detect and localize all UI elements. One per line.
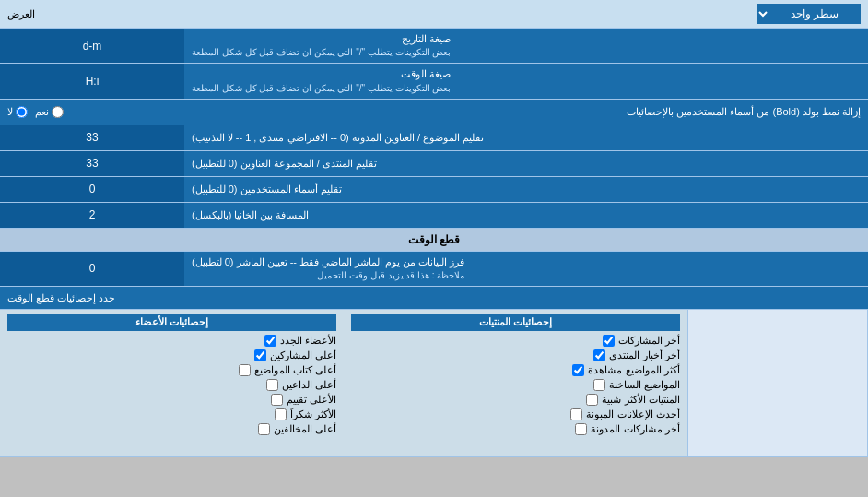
bold-remove-row: إزالة نمط بولد (Bold) من أسماء المستخدمي… (0, 100, 868, 125)
cut-time-input[interactable]: 0 (6, 262, 179, 275)
date-format-row: صيغة التاريخ بعض التكوينات يتطلب "/" الت… (0, 29, 868, 64)
checkbox-col-forums: إحصائيات المنتيات أخر المشاركات أخر أخبا… (344, 310, 688, 456)
checkbox-item: أعلى المشاركين (7, 349, 336, 361)
display-select[interactable]: سطر واحد سطران ثلاثة أسطر (757, 4, 861, 24)
time-format-label: صيغة الوقت (192, 67, 451, 81)
cb-last-posts[interactable] (603, 335, 615, 347)
sort-forum-row: تقليم المنتدى / المجموعة العناوين (0 للت… (0, 151, 868, 177)
checkbox-col-empty (688, 310, 868, 456)
checkbox-col-members: إحصائيات الأعضاء الأعضاء الجدد أعلى المش… (0, 310, 344, 456)
limit-label: حدد إحصائيات قطع الوقت (7, 292, 115, 304)
cb-top-inviters[interactable] (266, 379, 278, 391)
checkbox-grid: إحصائيات المنتيات أخر المشاركات أخر أخبا… (0, 310, 868, 457)
checkbox-item: أحدث الإعلانات المبونة (351, 408, 680, 420)
sort-users-input[interactable]: 0 (6, 183, 179, 195)
cb-top-rated[interactable] (271, 394, 283, 406)
cb-top-violators[interactable] (258, 423, 270, 435)
checkbox-item: المنتيات الأكثر شبية (351, 394, 680, 406)
date-format-label: صيغة التاريخ (192, 32, 451, 46)
col-members-header: إحصائيات الأعضاء (7, 314, 336, 331)
col-forums-header: إحصائيات المنتيات (351, 314, 680, 331)
sort-topics-label: تقليم الموضوع / العناوين المدونة (0 -- ا… (192, 131, 484, 145)
cb-hot-topics[interactable] (593, 379, 605, 391)
date-format-input[interactable]: d-m (6, 40, 179, 53)
cb-most-thanked[interactable] (275, 408, 287, 420)
date-format-sublabel: بعض التكوينات يتطلب "/" التي يمكن ان تضا… (192, 46, 451, 59)
time-format-row: صيغة الوقت بعض التكوينات يتطلب "/" التي … (0, 64, 868, 99)
bold-remove-label: إزالة نمط بولد (Bold) من أسماء المستخدمي… (73, 106, 861, 118)
checkbox-item: أخر المشاركات (351, 335, 680, 347)
time-format-sublabel: بعض التكوينات يتطلب "/" التي يمكن ان تضا… (192, 82, 451, 95)
cb-top-posters[interactable] (254, 349, 266, 361)
cut-time-header: قطع الوقت (0, 229, 868, 252)
checkbox-item: الأكثر شكراً (7, 408, 336, 420)
cb-forum-news[interactable] (593, 349, 605, 361)
cb-new-members[interactable] (264, 335, 276, 347)
checkbox-item: أخر أخبار المنتدى (351, 349, 680, 361)
cb-latest-announcements[interactable] (570, 408, 582, 420)
cb-most-similar[interactable] (586, 394, 598, 406)
checkbox-item: الأعلى تقييم (7, 394, 336, 406)
sort-topics-row: تقليم الموضوع / العناوين المدونة (0 -- ا… (0, 125, 868, 151)
time-format-input[interactable]: H:i (6, 75, 179, 88)
sort-users-label: تقليم أسماء المستخدمين (0 للتطبيل) (192, 183, 342, 196)
cb-top-topic-writers[interactable] (239, 364, 251, 376)
sort-forum-label: تقليم المنتدى / المجموعة العناوين (0 للت… (192, 157, 377, 171)
limit-row: حدد إحصائيات قطع الوقت (0, 287, 868, 310)
radio-yes-label[interactable]: نعم (35, 106, 64, 118)
cut-time-label: فرز البيانات من يوم الماشر الماضي فقط --… (192, 255, 464, 269)
cb-blog-posts[interactable] (575, 423, 587, 435)
cut-time-sublabel: ملاحظة : هذا قد يزيد قبل وقت التحميل (192, 269, 464, 282)
checkbox-item: أعلى المخالفين (7, 423, 336, 435)
sort-users-row: تقليم أسماء المستخدمين (0 للتطبيل) 0 (0, 177, 868, 203)
checkbox-item: الأعضاء الجدد (7, 335, 336, 347)
cb-most-viewed[interactable] (572, 364, 584, 376)
checkbox-item: أعلى الداعين (7, 379, 336, 391)
checkbox-item: أكثر المواضيع مشاهدة (351, 364, 680, 376)
checkbox-item: أعلى كتاب المواضيع (7, 364, 336, 376)
sort-topics-input[interactable]: 33 (6, 131, 179, 144)
sort-forum-input[interactable]: 33 (6, 157, 179, 170)
radio-no-label[interactable]: لا (7, 106, 28, 118)
radio-no[interactable] (16, 106, 28, 118)
space-between-label: المسافة بين الخانيا (بالبكسل) (192, 208, 310, 222)
radio-yes[interactable] (52, 106, 64, 118)
checkbox-item: أخر مشاركات المدونة (351, 423, 680, 435)
space-between-input[interactable]: 2 (6, 208, 179, 221)
cut-time-row: فرز البيانات من يوم الماشر الماضي فقط --… (0, 252, 868, 287)
space-between-row: المسافة بين الخانيا (بالبكسل) 2 (0, 203, 868, 229)
checkbox-item: المواضيع الساخنة (351, 379, 680, 391)
display-label: العرض (7, 8, 35, 20)
